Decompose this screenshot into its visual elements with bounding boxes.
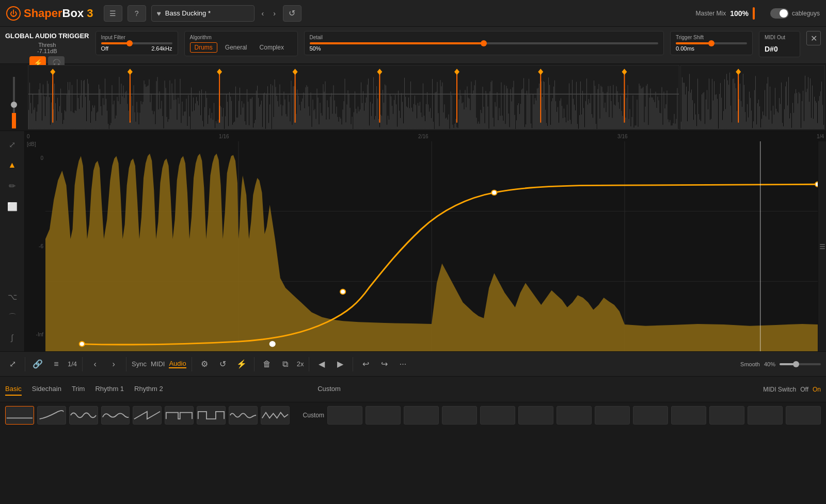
next-button[interactable]: › — [106, 357, 121, 371]
power-icon[interactable]: ⏻ — [6, 6, 21, 21]
tab-trim[interactable]: Trim — [72, 383, 85, 396]
play-prev-button[interactable]: ◀ — [314, 357, 329, 371]
input-filter-slider[interactable] — [101, 42, 172, 44]
custom-shape-6[interactable] — [518, 406, 553, 425]
shape-preset-wave[interactable] — [229, 406, 258, 425]
shape-preset-pulse[interactable] — [197, 406, 226, 425]
separator-7 — [353, 357, 353, 371]
grid-marker-2: 2/16 — [418, 134, 428, 139]
tab-sidechain[interactable]: Sidechain — [32, 383, 61, 396]
undo-button[interactable]: ↩ — [358, 357, 373, 371]
separator-4 — [192, 357, 192, 371]
custom-shape-10[interactable] — [671, 406, 706, 425]
smooth-section: Smooth 40% — [740, 361, 821, 367]
toggle-switch[interactable] — [770, 8, 789, 19]
custom-shape-5[interactable] — [480, 406, 515, 425]
custom-shape-8[interactable] — [595, 406, 630, 425]
app-name: ShaperShaperBoxBox 3 — [24, 7, 93, 20]
lines-button[interactable]: ≡ — [49, 357, 63, 371]
detail-slider[interactable] — [310, 42, 659, 44]
shape-preset-flat[interactable] — [5, 406, 34, 425]
refresh-icon: ↺ — [289, 8, 295, 18]
shape-preset-saw[interactable] — [133, 406, 162, 425]
settings-button[interactable]: ⚙ — [197, 357, 212, 371]
custom-shape-3[interactable] — [404, 406, 439, 425]
tab-rhythm-1[interactable]: Rhythm 1 — [95, 383, 124, 396]
custom-shape-4[interactable] — [442, 406, 477, 425]
main-editor-canvas[interactable]: 0 1/16 2/16 3/16 1/4 [dB] 0 -6 -Inf — [25, 131, 826, 351]
tab-basic[interactable]: Basic — [5, 383, 22, 396]
preset-next-button[interactable]: › — [271, 9, 278, 18]
trigger-section: GLOBAL AUDIO TRIGGER Thresh -7.11dB ⚡ 🎧 … — [0, 27, 826, 64]
db-inf: -Inf — [27, 332, 43, 337]
expand-tool[interactable]: ⤢ — [4, 136, 21, 153]
midi-label[interactable]: MIDI — [151, 360, 165, 368]
algo-drums-button[interactable]: Drums — [190, 42, 217, 53]
sync-label[interactable]: Sync — [132, 360, 147, 368]
control-point-3[interactable] — [491, 190, 497, 195]
preset-prev-button[interactable]: ‹ — [260, 9, 266, 18]
shape-preset-square[interactable] — [165, 406, 194, 425]
more-button[interactable]: ··· — [395, 357, 410, 371]
db-6: -6 — [27, 243, 43, 249]
preset-selector[interactable]: ♥ Bass Ducking * — [151, 5, 255, 22]
smooth-slider[interactable] — [780, 363, 821, 365]
trigger-shift-slider[interactable] — [676, 42, 747, 44]
prev-button[interactable]: ‹ — [88, 357, 102, 371]
delete-button[interactable]: 🗑 — [260, 357, 274, 371]
tabs-row: Basic Sidechain Trim Rhythm 1 Rhythm 2 C… — [0, 376, 826, 402]
thresh-value: -7.11dB — [37, 48, 57, 54]
control-point-4[interactable] — [270, 342, 275, 346]
midi-switch-on[interactable]: On — [813, 386, 821, 393]
menu-button[interactable]: ☰ — [104, 5, 122, 22]
midi-out-value[interactable]: D#0 — [765, 45, 778, 53]
custom-shape-11[interactable] — [709, 406, 744, 425]
control-point-2[interactable] — [340, 289, 345, 294]
shape-preset-sine2[interactable] — [101, 406, 130, 425]
shape-preset-jagged[interactable] — [261, 406, 290, 425]
help-button[interactable]: ? — [128, 5, 146, 22]
algo-complex-button[interactable]: Complex — [255, 42, 289, 53]
custom-shape-7[interactable] — [557, 406, 592, 425]
refresh-button[interactable]: ↺ — [283, 5, 301, 22]
shape-preset-sine[interactable] — [69, 406, 98, 425]
control-point-1[interactable] — [80, 342, 85, 346]
input-filter-box: Input Filter Off 2.64kHz — [96, 31, 178, 55]
curve-tool[interactable]: ⌒ — [4, 309, 21, 326]
shape-preset-ramp[interactable] — [37, 406, 66, 425]
custom-shape-1[interactable] — [327, 406, 362, 425]
master-mix-value[interactable]: 100% — [730, 9, 749, 18]
smooth-label: Smooth — [740, 361, 760, 367]
link-points-tool[interactable]: ⌥ — [4, 288, 21, 305]
copy-button[interactable]: ⧉ — [278, 357, 293, 371]
link-button[interactable]: 🔗 — [30, 357, 45, 371]
marquee-tool[interactable]: ⬜ — [4, 198, 21, 215]
audio-label[interactable]: Audio — [169, 360, 186, 368]
algo-general-button[interactable]: General — [220, 42, 252, 53]
custom-shape-12[interactable] — [748, 406, 783, 425]
threshold-vertical-slider[interactable] — [1, 65, 27, 129]
trigger-icon-button[interactable]: ⚡ — [234, 357, 249, 371]
select-tool[interactable]: ▲ — [4, 157, 21, 173]
detail-label: Detail — [310, 35, 659, 40]
waveform-extra-canvas — [681, 66, 824, 129]
midi-switch-off[interactable]: Off — [800, 386, 808, 393]
algorithm-box: Algorithm Drums General Complex — [184, 31, 298, 56]
loop-button[interactable]: ↺ — [216, 357, 230, 371]
tab-rhythm-2[interactable]: Rhythm 2 — [134, 383, 163, 396]
master-mix-control: Master Mix 100% — [695, 7, 754, 20]
close-trigger-button[interactable]: ✕ — [806, 31, 821, 45]
custom-shape-2[interactable] — [366, 406, 401, 425]
app-logo: ⏻ ShaperShaperBoxBox 3 — [6, 6, 93, 21]
fullscreen-button[interactable]: ⤢ — [5, 357, 20, 371]
play-button[interactable]: ▶ — [333, 357, 347, 371]
separator-6 — [309, 357, 309, 371]
spline-tool[interactable]: ∫ — [4, 330, 21, 346]
tab-custom[interactable]: Custom — [317, 383, 341, 396]
favorite-icon: ♥ — [157, 9, 161, 18]
envelope-svg — [45, 141, 818, 351]
pencil-tool[interactable]: ✏ — [4, 177, 21, 194]
custom-shape-13[interactable] — [786, 406, 821, 425]
redo-button[interactable]: ↪ — [377, 357, 391, 371]
custom-shape-9[interactable] — [633, 406, 668, 425]
